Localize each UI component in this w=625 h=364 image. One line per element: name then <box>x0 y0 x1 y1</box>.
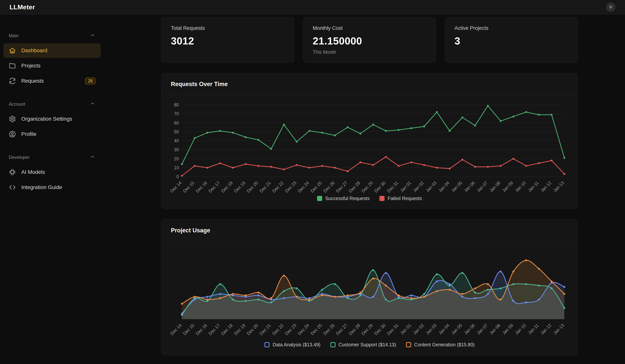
svg-text:Jan 13: Jan 13 <box>552 323 565 335</box>
folder-icon <box>9 62 16 69</box>
sidebar-item-ai-models[interactable]: AI Models <box>3 165 101 179</box>
legend-item[interactable]: Data Analysis ($13.49) <box>264 342 320 347</box>
requests-chart-legend: Successful RequestsFailed Requests <box>169 196 570 201</box>
stat-card-monthly-cost: Monthly Cost 21.150000 This Month <box>303 17 436 63</box>
sidebar-item-dashboard[interactable]: Dashboard <box>3 43 101 58</box>
legend-swatch <box>406 342 411 347</box>
sidebar-section-developer: Developer AI Models Integration Guide <box>3 153 101 195</box>
svg-text:Jan 04: Jan 04 <box>438 180 450 193</box>
chevron-up-icon <box>90 154 95 161</box>
svg-text:Dec 17: Dec 17 <box>208 323 221 336</box>
code-icon <box>9 184 16 191</box>
svg-text:Jan 02: Jan 02 <box>412 180 425 193</box>
svg-text:Dec 19: Dec 19 <box>233 323 246 336</box>
gear-icon <box>9 115 16 122</box>
stat-subtitle: This Month <box>313 49 426 55</box>
legend-item[interactable]: Successful Requests <box>317 196 370 201</box>
svg-text:Dec 15: Dec 15 <box>182 180 195 194</box>
legend-item[interactable]: Customer Support ($14.13) <box>330 342 396 347</box>
stat-card-total-requests: Total Requests 3012 <box>161 17 294 63</box>
sidebar-item-label: Organization Settings <box>21 116 72 122</box>
legend-swatch <box>379 196 384 201</box>
svg-text:Dec 31: Dec 31 <box>386 323 399 336</box>
svg-text:Dec 20: Dec 20 <box>246 323 259 336</box>
legend-label: Data Analysis ($13.49) <box>273 342 320 347</box>
svg-text:Dec 23: Dec 23 <box>284 323 297 336</box>
svg-text:Jan 09: Jan 09 <box>501 180 514 193</box>
sidebar-section-header-developer[interactable]: Developer <box>3 153 101 162</box>
svg-text:Dec 19: Dec 19 <box>233 180 246 194</box>
svg-text:80: 80 <box>174 102 179 107</box>
svg-text:Dec 14: Dec 14 <box>169 323 183 336</box>
chip-icon <box>9 169 16 176</box>
svg-text:Jan 09: Jan 09 <box>501 323 514 335</box>
chevron-up-icon <box>90 32 95 39</box>
stat-label: Total Requests <box>171 25 284 31</box>
svg-text:Jan 07: Jan 07 <box>476 323 489 335</box>
svg-text:Dec 28: Dec 28 <box>348 180 361 194</box>
sidebar-item-label: Integration Guide <box>21 184 62 190</box>
stats-row: Total Requests 3012 Monthly Cost 21.1500… <box>161 17 578 63</box>
usage-chart-canvas[interactable]: Dec 14Dec 15Dec 16Dec 17Dec 18Dec 19Dec … <box>169 246 570 341</box>
svg-text:Jan 07: Jan 07 <box>476 180 489 193</box>
svg-text:Jan 10: Jan 10 <box>514 180 527 193</box>
svg-text:Jan 12: Jan 12 <box>539 180 552 193</box>
legend-label: Content Generation ($15.80) <box>414 342 475 347</box>
project-usage-card: Project Usage Dec 14Dec 15Dec 16Dec 17De… <box>161 219 578 355</box>
svg-text:Dec 24: Dec 24 <box>297 180 310 194</box>
stat-value: 21.150000 <box>313 35 426 47</box>
app-body: Main Dashboard Projects Requests 26 Acco… <box>0 14 625 364</box>
svg-text:Jan 03: Jan 03 <box>425 180 438 193</box>
svg-text:Jan 06: Jan 06 <box>463 180 476 193</box>
svg-text:Dec 31: Dec 31 <box>386 180 399 194</box>
sidebar-section-account: Account Organization Settings Profile <box>3 99 101 141</box>
sidebar-item-profile[interactable]: Profile <box>3 127 101 141</box>
sidebar-item-projects[interactable]: Projects <box>3 59 101 73</box>
chart-title: Project Usage <box>161 219 578 242</box>
sidebar-item-label: Requests <box>21 78 44 84</box>
svg-text:Dec 18: Dec 18 <box>220 180 234 194</box>
stat-label: Active Projects <box>455 25 568 31</box>
chart-body: Dec 14Dec 15Dec 16Dec 17Dec 18Dec 19Dec … <box>161 242 578 355</box>
svg-text:Jan 05: Jan 05 <box>450 323 463 335</box>
svg-text:Dec 24: Dec 24 <box>297 323 310 336</box>
sidebar-item-organization-settings[interactable]: Organization Settings <box>3 112 101 126</box>
legend-item[interactable]: Content Generation ($15.80) <box>406 342 475 347</box>
sidebar-section-header-main[interactable]: Main <box>3 31 101 40</box>
stat-label: Monthly Cost <box>313 25 426 31</box>
svg-text:Jan 10: Jan 10 <box>514 323 527 335</box>
svg-text:Jan 01: Jan 01 <box>399 323 412 335</box>
svg-text:Dec 15: Dec 15 <box>182 323 195 336</box>
svg-text:70: 70 <box>174 111 179 116</box>
sidebar-item-label: Profile <box>21 131 36 137</box>
user-icon <box>9 130 16 138</box>
svg-text:Jan 12: Jan 12 <box>539 323 552 335</box>
svg-text:Dec 27: Dec 27 <box>335 323 348 336</box>
svg-text:Dec 29: Dec 29 <box>361 323 374 336</box>
avatar[interactable]: V <box>606 2 616 12</box>
svg-text:40: 40 <box>174 138 179 143</box>
svg-text:Dec 17: Dec 17 <box>208 180 221 194</box>
sidebar-item-requests[interactable]: Requests 26 <box>3 74 101 88</box>
requests-chart-canvas[interactable]: 01020304050607080Dec 14Dec 15Dec 16Dec 1… <box>169 100 570 195</box>
svg-text:0: 0 <box>176 174 179 179</box>
svg-text:Jan 13: Jan 13 <box>552 180 565 193</box>
svg-text:Dec 28: Dec 28 <box>348 323 361 336</box>
section-label: Main <box>9 33 19 38</box>
svg-text:Dec 26: Dec 26 <box>322 180 336 194</box>
stat-card-active-projects: Active Projects 3 <box>445 17 578 63</box>
svg-text:Jan 11: Jan 11 <box>527 323 539 335</box>
svg-text:Dec 22: Dec 22 <box>271 323 284 336</box>
top-bar: LLMeter V <box>0 0 625 14</box>
refresh-icon <box>9 77 16 85</box>
svg-text:50: 50 <box>174 129 179 134</box>
sidebar-section-header-account[interactable]: Account <box>3 99 101 109</box>
svg-text:10: 10 <box>174 165 179 170</box>
chevron-up-icon <box>90 101 95 108</box>
legend-label: Failed Requests <box>388 196 422 201</box>
svg-text:Dec 20: Dec 20 <box>246 180 259 194</box>
sidebar-item-integration-guide[interactable]: Integration Guide <box>3 180 101 195</box>
svg-text:Dec 27: Dec 27 <box>335 180 348 194</box>
legend-item[interactable]: Failed Requests <box>379 196 422 201</box>
sidebar-item-label: Projects <box>21 63 40 69</box>
